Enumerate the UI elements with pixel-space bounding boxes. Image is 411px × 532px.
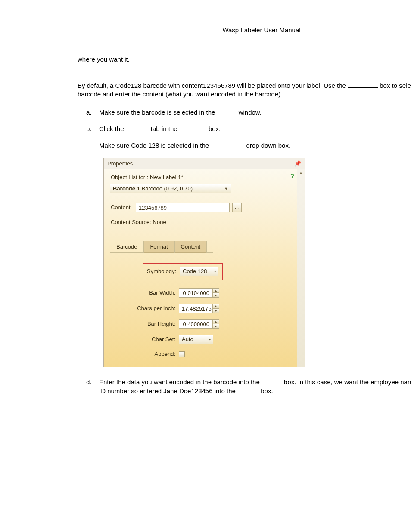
bar-width-input[interactable]: 0.0104000 <box>179 288 212 298</box>
symbology-label: Symbology: <box>147 268 180 275</box>
body-para-2: By default, a Code128 barcode with conte… <box>78 81 411 99</box>
chevron-down-icon: ▾ <box>207 337 213 342</box>
object-select[interactable]: Barcode 1 Barcode (0.92, 0.70) ▼ <box>110 184 231 193</box>
object-name-rest: Barcode (0.92, 0.70) <box>141 185 193 192</box>
body-para-1: where you want it. <box>78 55 411 64</box>
append-checkbox[interactable] <box>179 351 185 357</box>
list-marker: b. <box>86 124 99 150</box>
cpi-label: Chars per Inch: <box>110 305 179 312</box>
panel-tabs: Barcode Format Content <box>110 240 213 253</box>
charset-value: Auto <box>182 336 207 343</box>
list-item-a: a. Make sure the barcode is selected in … <box>86 108 411 117</box>
spin-up-button[interactable]: ▲ <box>212 288 219 293</box>
tab-content[interactable]: Content <box>174 241 207 253</box>
li-b-1c: box. <box>209 125 221 132</box>
content-browse-button[interactable]: … <box>232 203 242 212</box>
content-input[interactable]: 123456789 <box>136 203 230 212</box>
object-name-bold: Barcode 1 <box>113 185 141 192</box>
charset-label: Char Set: <box>110 336 179 343</box>
list-marker: a. <box>86 108 99 117</box>
page-number: 14 <box>112 530 119 532</box>
blank-underline <box>348 87 378 88</box>
symbology-value: Code 128 <box>183 268 212 275</box>
pin-icon[interactable]: 📌 <box>294 160 301 168</box>
cpi-stepper[interactable]: 17.4825175 ▲ ▼ <box>179 304 219 313</box>
bar-height-label: Bar Height: <box>110 320 179 328</box>
panel-titlebar: Properties 📌 <box>104 158 305 170</box>
help-icon[interactable]: ? <box>290 172 294 180</box>
content-source-label: Content Source: None <box>110 218 293 226</box>
spin-down-button[interactable]: ▼ <box>212 324 219 329</box>
tab-format[interactable]: Format <box>143 241 174 253</box>
spin-down-button[interactable]: ▼ <box>212 293 219 298</box>
object-list-label: Object List for : New Label 1* <box>111 174 293 181</box>
li-d-c: box. <box>261 387 273 395</box>
li-a-text-b: window. <box>239 109 262 116</box>
li-b-1b: tab in the <box>151 125 179 132</box>
scroll-up-icon[interactable]: ▲ <box>299 170 303 175</box>
cpi-input[interactable]: 17.4825175 <box>179 304 212 313</box>
list-item-b: b. Click the tab in the box. Make sure C… <box>86 124 411 150</box>
symbology-select[interactable]: Code 128 ▾ <box>180 267 218 276</box>
li-b-1a: Click the <box>99 125 126 132</box>
charset-select[interactable]: Auto ▾ <box>179 335 213 344</box>
spin-down-button[interactable]: ▼ <box>212 308 219 313</box>
panel-title: Properties <box>107 160 133 168</box>
li-a-text-a: Make sure the barcode is selected in the <box>99 109 217 116</box>
para2-text-a: By default, a Code128 barcode with conte… <box>78 82 348 89</box>
li-b-2a: Make sure Code 128 is selected in the <box>99 142 211 149</box>
list-marker: d. <box>86 378 99 395</box>
bar-height-input[interactable]: 0.4000000 <box>179 319 212 329</box>
spin-up-button[interactable]: ▲ <box>212 319 219 324</box>
page-header: Wasp Labeler User Manual <box>56 26 411 34</box>
properties-panel: Properties 📌 ? ▲ Object List for : New L… <box>103 158 305 368</box>
chevron-down-icon: ▾ <box>212 269 218 274</box>
bar-width-stepper[interactable]: 0.0104000 ▲ ▼ <box>179 288 219 298</box>
tab-barcode[interactable]: Barcode <box>110 241 143 253</box>
li-b-2b: drop down box. <box>246 142 291 149</box>
content-label: Content: <box>110 204 136 212</box>
li-d-a: Enter the data you want encoded in the b… <box>99 378 262 386</box>
symbology-highlight-frame: Symbology: Code 128 ▾ <box>143 263 223 280</box>
spin-up-button[interactable]: ▲ <box>212 304 219 308</box>
append-label: Append: <box>110 350 179 358</box>
chevron-down-icon: ▼ <box>223 186 229 191</box>
bar-width-label: Bar Width: <box>110 289 179 297</box>
scrollbar[interactable]: ▲ <box>297 169 305 367</box>
bar-height-stepper[interactable]: 0.4000000 ▲ ▼ <box>179 319 219 329</box>
list-item-d: d. Enter the data you want encoded in th… <box>86 378 411 395</box>
